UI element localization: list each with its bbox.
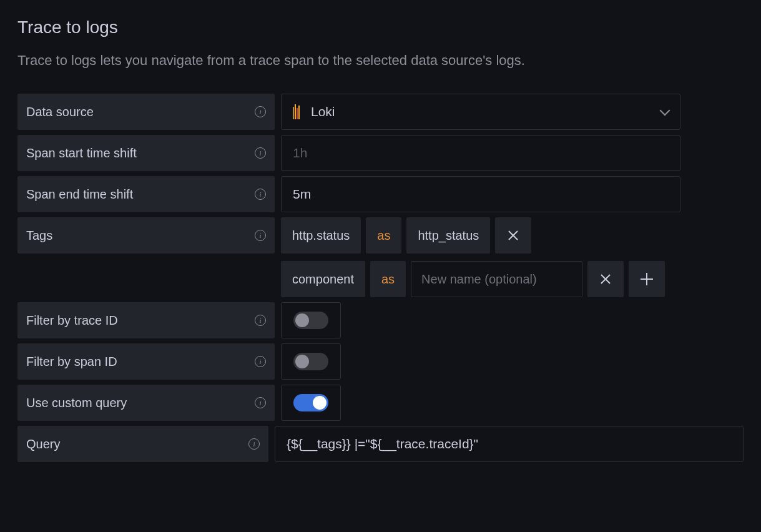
data-source-row: Data source i Loki bbox=[17, 94, 744, 130]
query-input[interactable] bbox=[275, 426, 744, 462]
tag-rename[interactable]: http_status bbox=[406, 217, 490, 254]
data-source-select[interactable]: Loki bbox=[281, 94, 680, 130]
label-text: Use custom query bbox=[26, 396, 127, 410]
remove-tag-button[interactable] bbox=[495, 217, 531, 254]
add-tag-button[interactable] bbox=[629, 261, 665, 297]
info-icon[interactable]: i bbox=[255, 147, 266, 159]
span-end-label: Span end time shift i bbox=[17, 176, 275, 212]
tag-as-label: as bbox=[370, 261, 406, 297]
select-value: Loki bbox=[311, 104, 335, 119]
label-text: Span end time shift bbox=[26, 187, 133, 202]
filter-trace-label: Filter by trace ID i bbox=[17, 302, 275, 338]
info-icon[interactable]: i bbox=[255, 230, 266, 241]
close-icon bbox=[600, 273, 611, 285]
custom-query-toggle[interactable] bbox=[293, 394, 328, 411]
info-icon[interactable]: i bbox=[255, 189, 266, 200]
tags-label: Tags i bbox=[17, 217, 275, 254]
span-end-input[interactable] bbox=[281, 176, 680, 212]
query-label: Query i bbox=[17, 426, 268, 462]
tag-row-0: http.status as http_status bbox=[281, 217, 665, 254]
section-title: Trace to logs bbox=[17, 17, 744, 37]
filter-span-label: Filter by span ID i bbox=[17, 343, 275, 380]
span-start-label: Span start time shift i bbox=[17, 135, 275, 171]
tag-key[interactable]: component bbox=[281, 261, 365, 297]
span-end-row: Span end time shift i bbox=[17, 176, 744, 212]
filter-span-row: Filter by span ID i bbox=[17, 343, 744, 380]
tag-as-label: as bbox=[366, 217, 401, 254]
tag-row-1: component as bbox=[281, 261, 665, 297]
info-icon[interactable]: i bbox=[255, 397, 266, 408]
custom-query-label: Use custom query i bbox=[17, 385, 275, 421]
loki-icon bbox=[293, 104, 300, 119]
info-icon[interactable]: i bbox=[248, 438, 260, 450]
span-start-row: Span start time shift i bbox=[17, 135, 744, 171]
label-text: Span start time shift bbox=[26, 146, 137, 160]
tag-rename-input[interactable] bbox=[411, 261, 582, 297]
toggle-knob bbox=[313, 396, 326, 410]
chevron-down-icon bbox=[660, 106, 670, 116]
custom-query-row: Use custom query i bbox=[17, 385, 744, 421]
info-icon[interactable]: i bbox=[255, 315, 266, 326]
label-text: Tags bbox=[26, 229, 52, 243]
data-source-label: Data source i bbox=[17, 94, 275, 130]
toggle-knob bbox=[295, 313, 309, 327]
filter-trace-row: Filter by trace ID i bbox=[17, 302, 744, 338]
info-icon[interactable]: i bbox=[255, 106, 266, 117]
label-text: Filter by span ID bbox=[26, 355, 117, 369]
tags-row: Tags i http.status as http_status compon… bbox=[17, 217, 744, 297]
label-text: Filter by trace ID bbox=[26, 313, 118, 328]
query-row: Query i bbox=[17, 426, 744, 462]
close-icon bbox=[508, 230, 519, 241]
plus-icon bbox=[641, 273, 653, 285]
toggle-knob bbox=[295, 355, 309, 368]
tag-key[interactable]: http.status bbox=[281, 217, 361, 254]
remove-tag-button[interactable] bbox=[587, 261, 624, 297]
filter-trace-toggle[interactable] bbox=[293, 312, 328, 329]
section-description: Trace to logs lets you navigate from a t… bbox=[17, 52, 744, 69]
label-text: Data source bbox=[26, 105, 94, 119]
label-text: Query bbox=[26, 437, 60, 451]
filter-span-toggle[interactable] bbox=[293, 353, 328, 370]
info-icon[interactable]: i bbox=[255, 356, 266, 367]
span-start-input[interactable] bbox=[281, 135, 680, 171]
